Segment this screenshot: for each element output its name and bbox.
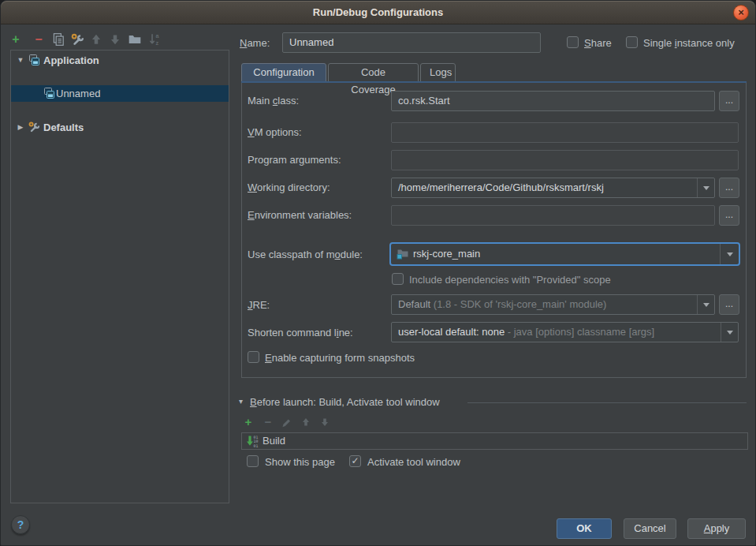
name-label: Name: — [240, 37, 270, 49]
sort-alphabetically-icon[interactable]: az — [148, 32, 162, 47]
environment-variables-browse-button[interactable]: ... — [719, 205, 739, 226]
svg-text:z: z — [156, 39, 159, 47]
edit-defaults-icon[interactable] — [70, 32, 84, 47]
single-instance-label: Single instance only — [643, 37, 735, 49]
run-debug-configurations-dialog: Run/Debug Configurations × + − az ▼ Appl… — [0, 0, 756, 546]
build-icon: 011001 — [246, 435, 259, 448]
working-directory-label: Working directory: — [248, 181, 330, 193]
activate-tool-window-checkbox[interactable]: ✓ — [349, 455, 361, 467]
new-folder-icon[interactable] — [128, 32, 142, 47]
before-launch-separator — [467, 402, 747, 403]
share-label: Share — [584, 37, 612, 49]
enable-capturing-label: Enable capturing form snapshots — [265, 352, 415, 364]
include-provided-checkbox[interactable] — [392, 273, 404, 285]
ok-button[interactable]: OK — [557, 518, 612, 539]
main-class-input[interactable]: co.rsk.Start — [391, 91, 715, 111]
tree-node-label: Application — [43, 52, 99, 69]
tree-node-application[interactable]: ▼ Application — [11, 52, 229, 69]
chevron-right-icon[interactable]: ▶ — [16, 119, 25, 136]
vm-options-label: VM options: — [248, 126, 302, 138]
tab-code-coverage[interactable]: Code Coverage — [328, 63, 419, 82]
defaults-wrench-icon — [28, 121, 40, 133]
shorten-command-line-label: Shorten command line: — [248, 327, 353, 338]
application-type-icon — [28, 54, 40, 66]
tab-pane-accent-line — [241, 81, 747, 83]
cancel-button[interactable]: Cancel — [624, 518, 676, 539]
move-up-icon[interactable] — [89, 32, 103, 47]
copy-configuration-icon[interactable] — [51, 32, 65, 47]
before-launch-remove-icon[interactable]: − — [261, 415, 275, 429]
tree-node-unnamed[interactable]: Unnamed — [11, 85, 229, 102]
show-this-page-label: Show this page — [265, 456, 335, 468]
environment-variables-label: Environment variables: — [248, 209, 352, 221]
module-combobox[interactable]: rskj-core_main — [389, 242, 740, 266]
working-directory-combobox[interactable]: /home/meriherrera/Code/Github/rsksmart/r… — [391, 178, 715, 198]
svg-text:01: 01 — [254, 443, 259, 448]
configurations-tree: ▼ Application Unnamed ▶ Defaults — [10, 50, 229, 503]
chevron-down-icon[interactable] — [697, 178, 714, 197]
checkmark-icon: ✓ — [351, 455, 359, 466]
working-directory-browse-button[interactable]: ... — [719, 178, 739, 198]
before-launch-add-icon[interactable]: + — [241, 415, 255, 429]
move-down-icon[interactable] — [108, 32, 122, 47]
before-launch-move-up-icon[interactable] — [300, 415, 314, 429]
show-this-page-checkbox[interactable] — [247, 455, 259, 467]
environment-variables-input[interactable] — [391, 205, 715, 226]
before-launch-item-build[interactable]: 011001 Build — [241, 432, 748, 450]
before-launch-collapse-icon[interactable]: ▾ — [239, 397, 243, 406]
close-window-icon[interactable]: × — [733, 5, 749, 21]
shorten-command-line-combobox[interactable]: user-local default: none - java [options… — [391, 322, 739, 342]
titlebar[interactable]: Run/Debug Configurations × — [1, 1, 755, 24]
main-class-label: Main class: — [248, 95, 299, 107]
chevron-down-icon[interactable]: ▼ — [16, 52, 25, 69]
chevron-down-icon[interactable] — [697, 295, 714, 314]
enable-capturing-checkbox[interactable] — [248, 351, 259, 363]
program-arguments-input[interactable] — [391, 150, 739, 170]
apply-button[interactable]: Apply — [687, 518, 746, 539]
tab-logs[interactable]: Logs — [420, 63, 456, 82]
module-icon — [397, 247, 409, 260]
build-item-label: Build — [263, 435, 285, 447]
tab-configuration[interactable]: Configuration — [241, 63, 326, 82]
use-classpath-label: Use classpath of module: — [248, 249, 363, 260]
before-launch-edit-icon[interactable] — [280, 415, 294, 429]
application-type-icon — [43, 87, 55, 99]
remove-configuration-icon[interactable]: − — [32, 32, 46, 47]
share-checkbox[interactable] — [567, 36, 579, 48]
activate-tool-window-label: Activate tool window — [367, 456, 460, 468]
program-arguments-label: Program arguments: — [248, 154, 341, 166]
single-instance-checkbox[interactable] — [626, 36, 638, 48]
name-input[interactable]: Unnamed — [282, 32, 541, 53]
include-provided-label: Include dependencies with "Provided" sco… — [409, 274, 611, 286]
jre-label: JRE: — [248, 299, 270, 311]
tree-node-label: Defaults — [43, 119, 84, 136]
chevron-down-icon[interactable] — [721, 323, 738, 342]
jre-browse-button[interactable]: ... — [719, 294, 739, 315]
before-launch-move-down-icon[interactable] — [318, 415, 333, 429]
help-icon[interactable]: ? — [11, 515, 30, 534]
window-title: Run/Debug Configurations — [1, 6, 755, 18]
jre-combobox[interactable]: Default (1.8 - SDK of 'rskj-core_main' m… — [391, 294, 715, 315]
tree-node-label: Unnamed — [56, 85, 100, 102]
tree-node-defaults[interactable]: ▶ Defaults — [11, 119, 229, 136]
main-class-browse-button[interactable]: ... — [719, 91, 739, 111]
add-configuration-icon[interactable]: + — [9, 32, 23, 47]
before-launch-title: Before launch: Build, Activate tool wind… — [250, 396, 440, 408]
chevron-down-icon[interactable] — [720, 244, 739, 264]
vm-options-input[interactable] — [391, 122, 739, 143]
